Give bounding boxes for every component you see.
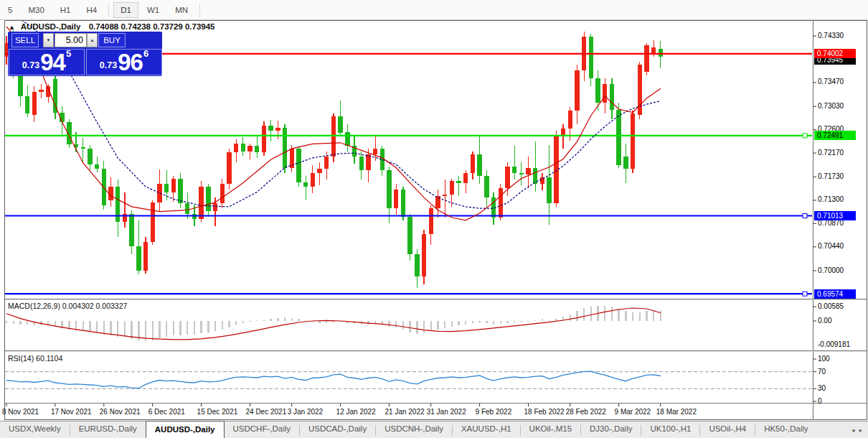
- chart-tab-audusd-daily[interactable]: AUDUSD-,Daily: [146, 421, 225, 438]
- rsi-dates-divider: [5, 403, 867, 404]
- hline-price-label: 0.69574: [814, 289, 856, 299]
- macd-axis-label: -0.009181: [818, 340, 850, 348]
- timeframe-button-mn[interactable]: MN: [168, 2, 195, 18]
- chart-tab-uk100-h1[interactable]: UK100-,H1: [641, 421, 699, 438]
- date-tick-label: 3 Jan 2022: [288, 408, 324, 416]
- date-tick-label: 17 Nov 2021: [51, 408, 92, 416]
- tab-scroll-left-icon[interactable]: ◂: [852, 427, 855, 434]
- price-tick-label: 0.70440: [818, 242, 844, 250]
- price-tick-label: 0.73030: [818, 102, 844, 110]
- rsi-axis-label: 30: [818, 384, 826, 392]
- buy-price-big: 96: [118, 52, 143, 73]
- date-tick-label: 8 Nov 2021: [2, 408, 39, 416]
- timeframe-button-w1[interactable]: W1: [140, 2, 166, 18]
- chart-symbol-label: AUDUSD-,Daily: [21, 22, 81, 31]
- macd-rsi-splitter-hl: [5, 351, 867, 352]
- price-tick-label: 0.71300: [818, 195, 844, 203]
- timeframe-button-h1[interactable]: H1: [53, 2, 78, 18]
- chart-window: [4, 20, 867, 420]
- date-tick-label: 9 Mar 2022: [615, 408, 651, 416]
- hline-price-label: 0.71013: [814, 211, 856, 220]
- macd-label: MACD(12,26,9) 0.004302 0.003327: [8, 302, 127, 310]
- volume-decrease-button[interactable]: ▼: [43, 33, 54, 47]
- sell-price-prefix: 0.73: [22, 60, 39, 70]
- rsi-label: RSI(14) 60.1104: [8, 354, 62, 363]
- date-tick-label: 12 Jan 2022: [336, 408, 376, 416]
- trading-terminal: { "toolbar": { "timeframes": ["5","M30",…: [0, 0, 868, 438]
- chart-tab-xauusd-h1[interactable]: XAUUSD-,H1: [453, 421, 520, 438]
- chart-ohlc-values: 0.74088 0.74238 0.73729 0.73945: [89, 22, 215, 31]
- chart-tab-hk50-daily[interactable]: HK50-,Daily: [755, 421, 816, 438]
- date-tick-label: 18 Feb 2022: [524, 408, 565, 416]
- price-tick-label: 0.71730: [818, 172, 844, 180]
- toolbar-separator: [108, 3, 109, 17]
- date-tick-label: 15 Dec 2021: [197, 408, 238, 416]
- tab-scroll-right-icon[interactable]: ▸: [859, 427, 862, 434]
- rsi-axis-label: 0: [818, 397, 822, 405]
- main-macd-splitter-hl: [5, 299, 867, 300]
- timeframe-button-h4[interactable]: H4: [79, 2, 104, 18]
- one-click-trading-panel: SELL ▼ ▲ BUY 0.73 94 5 0.73 96 6: [8, 32, 162, 76]
- price-tick-label: 0.73470: [818, 78, 844, 85]
- chart-title: ▲ AUDUSD-,Daily 0.74088 0.74238 0.73729 …: [9, 22, 215, 31]
- hline-price-label: 0.74002: [814, 49, 856, 58]
- volume-increase-button[interactable]: ▲: [87, 33, 98, 47]
- step-down-icon: ▼: [47, 38, 51, 42]
- rsi-axis-label: 100: [818, 355, 830, 363]
- macd-axis-label: 0.00585: [818, 302, 844, 310]
- chart-tab-usdcnh-daily[interactable]: USDCNH-,Daily: [376, 421, 452, 438]
- buy-price-pip: 6: [143, 48, 148, 59]
- price-tick-label: 0.74330: [818, 32, 844, 39]
- sell-price-big: 94: [40, 52, 65, 73]
- price-tick-label: 0.72170: [818, 149, 844, 157]
- date-tick-label: 28 Feb 2022: [566, 408, 606, 416]
- date-tick-label: 6 Dec 2021: [148, 408, 185, 416]
- timeframe-toolbar: 5M30H1H4D1W1MN: [0, 0, 868, 20]
- chart-tab-dj30-daily[interactable]: DJ30-,Daily: [581, 421, 641, 438]
- date-tick-label: 21 Jan 2022: [385, 408, 425, 416]
- date-tick-label: 18 Mar 2022: [656, 408, 697, 416]
- objects-marker-icon[interactable]: ▲: [9, 24, 15, 31]
- tab-scroll-arrows: ◂▸: [852, 421, 868, 438]
- volume-input[interactable]: [55, 33, 87, 47]
- toolbar-separator: [199, 3, 200, 17]
- timeframe-button-d1[interactable]: D1: [113, 2, 138, 18]
- date-tick-label: 9 Feb 2022: [476, 408, 512, 416]
- sell-price-pip: 5: [66, 48, 71, 59]
- date-tick-label: 24 Dec 2021: [246, 408, 287, 416]
- sell-price-box[interactable]: 0.73 94 5: [9, 49, 85, 75]
- price-tick-label: 0.70000: [818, 266, 844, 274]
- timeframe-button-5[interactable]: 5: [1, 2, 19, 18]
- buy-price-prefix: 0.73: [100, 60, 117, 70]
- date-tick-label: 31 Jan 2022: [427, 408, 466, 416]
- rsi-axis-label: 70: [818, 368, 826, 376]
- chart-tabs-bar: USDX,WeeklyEURUSD-,DailyAUDUSD-,DailyUSD…: [0, 421, 868, 438]
- date-tick-label: 26 Nov 2021: [100, 408, 141, 416]
- chart-tab-eurusd-daily[interactable]: EURUSD-,Daily: [70, 421, 146, 438]
- price-axis-divider: [813, 21, 813, 419]
- chart-tab-usdchf-daily[interactable]: USDCHF-,Daily: [225, 421, 300, 438]
- timeframe-button-m30[interactable]: M30: [21, 2, 51, 18]
- chart-tab-ukoil-m15[interactable]: UKOil-,M15: [521, 421, 580, 438]
- step-up-icon: ▲: [90, 38, 95, 42]
- chart-tab-usoil-h4[interactable]: USOil-,H4: [700, 421, 755, 438]
- chart-tab-usdcad-daily[interactable]: USDCAD-,Daily: [300, 421, 375, 438]
- buy-price-box[interactable]: 0.73 96 6: [86, 49, 162, 75]
- sell-button[interactable]: SELL: [11, 33, 39, 47]
- macd-axis-label: 0.00: [818, 317, 831, 325]
- buy-button[interactable]: BUY: [98, 33, 126, 47]
- hline-price-label: 0.72491: [814, 131, 856, 140]
- chart-tab-usdx-weekly[interactable]: USDX,Weekly: [0, 421, 70, 438]
